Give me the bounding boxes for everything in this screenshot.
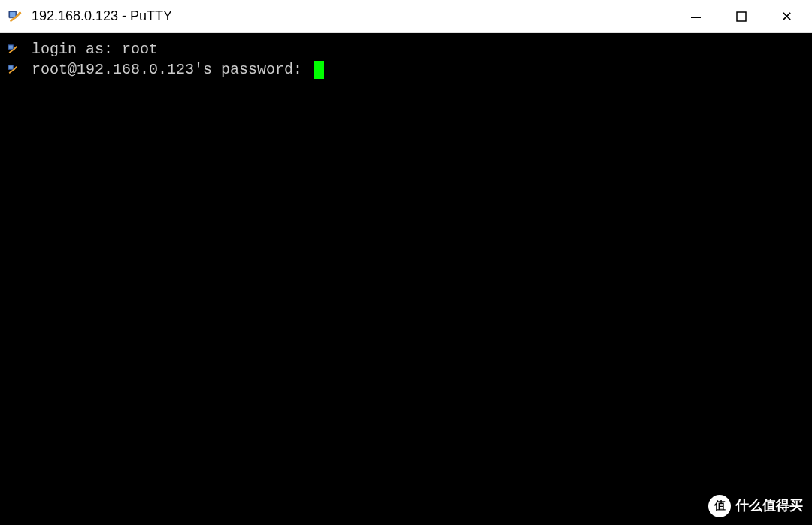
svg-rect-7 xyxy=(9,65,13,69)
terminal-area[interactable]: login as: root root@192.168.0.123's pass… xyxy=(0,33,812,525)
putty-line-icon xyxy=(5,41,23,58)
close-button[interactable]: ✕ xyxy=(764,0,809,32)
maximize-icon xyxy=(736,11,747,22)
putty-app-icon xyxy=(6,8,24,26)
watermark-text: 什么值得买 xyxy=(735,496,803,517)
putty-line-icon xyxy=(5,62,23,78)
minimize-button[interactable]: — xyxy=(674,0,719,32)
terminal-text: login as: root xyxy=(32,39,158,59)
watermark: 值 什么值得买 xyxy=(708,495,803,517)
terminal-cursor xyxy=(314,61,324,79)
window-controls: — ✕ xyxy=(674,0,809,32)
terminal-line: root@192.168.0.123's password: xyxy=(5,59,807,80)
maximize-button[interactable] xyxy=(719,0,764,32)
svg-point-2 xyxy=(19,11,22,14)
svg-rect-5 xyxy=(9,45,13,49)
svg-rect-3 xyxy=(737,12,746,21)
window-titlebar[interactable]: 192.168.0.123 - PuTTY — ✕ xyxy=(0,0,812,33)
terminal-text: root@192.168.0.123's password: xyxy=(32,59,311,80)
terminal-line: login as: root xyxy=(5,39,807,59)
window-title: 192.168.0.123 - PuTTY xyxy=(32,8,674,24)
svg-rect-1 xyxy=(10,12,15,17)
watermark-badge: 值 xyxy=(708,495,731,517)
